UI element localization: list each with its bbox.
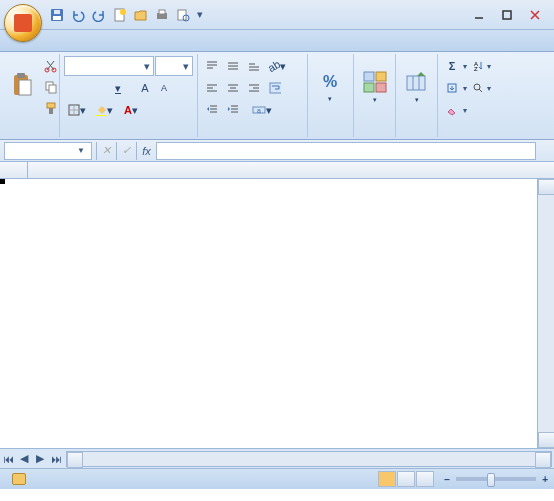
- svg-text:%: %: [323, 73, 337, 90]
- increase-font-button[interactable]: A: [136, 78, 154, 98]
- font-name-combo[interactable]: ▾: [64, 56, 154, 76]
- quick-print-icon[interactable]: [153, 6, 171, 24]
- clear-button[interactable]: [442, 100, 462, 120]
- new-icon[interactable]: [111, 6, 129, 24]
- alignment-group-label: [202, 133, 303, 135]
- align-top-button[interactable]: [202, 56, 222, 76]
- zoom-in-button[interactable]: +: [542, 474, 548, 485]
- print-preview-icon[interactable]: [174, 6, 192, 24]
- svg-rect-53: [376, 72, 386, 81]
- formula-bar[interactable]: [156, 142, 536, 160]
- clipboard-group-label: [6, 133, 55, 135]
- titlebar: ▾: [0, 0, 554, 30]
- font-size-combo[interactable]: ▾: [155, 56, 193, 76]
- minimize-button[interactable]: [466, 6, 492, 24]
- svg-rect-23: [95, 115, 107, 116]
- svg-rect-1: [53, 16, 61, 20]
- orientation-button[interactable]: ab▾: [265, 56, 289, 76]
- enter-formula-icon[interactable]: ✓: [116, 142, 136, 160]
- ribbon: ▾ ▾ ▾ A A ▾ ▾ A▾ a: [0, 52, 554, 140]
- merge-center-button[interactable]: a▾: [244, 100, 280, 120]
- sheet-nav-prev[interactable]: ◀: [16, 451, 32, 467]
- save-icon[interactable]: [48, 6, 66, 24]
- svg-rect-12: [17, 73, 25, 78]
- ribbon-tabs: [0, 30, 554, 52]
- underline-button[interactable]: ▾: [106, 78, 130, 98]
- autosum-button[interactable]: Σ: [442, 56, 462, 76]
- decrease-font-button[interactable]: A: [155, 78, 173, 98]
- worksheet-grid[interactable]: [0, 162, 554, 448]
- svg-point-4: [120, 9, 126, 15]
- undo-icon[interactable]: [69, 6, 87, 24]
- macro-record-icon[interactable]: [12, 473, 26, 485]
- office-button[interactable]: [4, 4, 42, 42]
- find-select-button[interactable]: [468, 78, 486, 98]
- align-middle-button[interactable]: [223, 56, 243, 76]
- format-painter-button[interactable]: [40, 98, 62, 118]
- font-color-button[interactable]: A▾: [118, 100, 144, 120]
- svg-rect-52: [364, 72, 374, 81]
- fx-button[interactable]: fx: [136, 142, 156, 160]
- svg-rect-13: [19, 80, 31, 95]
- status-bar: − +: [0, 468, 554, 489]
- paste-button[interactable]: [6, 56, 38, 118]
- zoom-out-button[interactable]: −: [444, 474, 450, 485]
- svg-rect-18: [47, 103, 55, 108]
- sheet-nav-last[interactable]: ⏭: [48, 451, 64, 467]
- svg-text:Z: Z: [474, 66, 478, 72]
- svg-rect-17: [49, 85, 56, 93]
- page-layout-view-button[interactable]: [397, 471, 415, 487]
- vertical-scrollbar[interactable]: [537, 179, 554, 448]
- cut-button[interactable]: [40, 56, 62, 76]
- svg-rect-10: [503, 11, 511, 19]
- svg-rect-2: [54, 10, 60, 14]
- fill-color-button[interactable]: ▾: [91, 100, 117, 120]
- sort-filter-button[interactable]: AZ: [468, 56, 486, 76]
- select-all-corner[interactable]: [0, 162, 28, 178]
- cancel-formula-icon[interactable]: ✕: [96, 142, 116, 160]
- copy-button[interactable]: [40, 77, 62, 97]
- sheet-tab-bar: ⏮ ◀ ▶ ⏭: [0, 448, 554, 468]
- increase-indent-button[interactable]: [223, 100, 243, 120]
- qat-customize-icon[interactable]: ▾: [195, 6, 205, 24]
- svg-line-63: [479, 89, 482, 92]
- formula-bar-row: ▼ ✕ ✓ fx: [0, 140, 554, 162]
- open-icon[interactable]: [132, 6, 150, 24]
- editing-group-label: [442, 133, 548, 135]
- normal-view-button[interactable]: [378, 471, 396, 487]
- wrap-text-button[interactable]: [265, 78, 285, 98]
- page-break-view-button[interactable]: [416, 471, 434, 487]
- number-format-button[interactable]: % ▾: [312, 56, 348, 118]
- font-group-label: [64, 133, 193, 135]
- svg-rect-55: [376, 83, 386, 92]
- align-bottom-button[interactable]: [244, 56, 264, 76]
- close-button[interactable]: [522, 6, 548, 24]
- align-center-button[interactable]: [223, 78, 243, 98]
- quick-access-toolbar: ▾: [48, 6, 205, 24]
- cells-button[interactable]: ▾: [400, 56, 433, 118]
- fill-button[interactable]: [442, 78, 462, 98]
- align-left-button[interactable]: [202, 78, 222, 98]
- name-box[interactable]: ▼: [4, 142, 92, 160]
- horizontal-scrollbar[interactable]: [66, 451, 552, 467]
- styles-button[interactable]: ▾: [358, 56, 392, 118]
- svg-rect-6: [159, 10, 165, 14]
- decrease-indent-button[interactable]: [202, 100, 222, 120]
- bold-button[interactable]: [64, 78, 84, 98]
- maximize-button[interactable]: [494, 6, 520, 24]
- active-cell-outline: [0, 179, 4, 183]
- svg-rect-54: [364, 83, 374, 92]
- svg-rect-19: [49, 108, 53, 114]
- sheet-nav-first[interactable]: ⏮: [0, 451, 16, 467]
- zoom-slider[interactable]: [456, 477, 536, 481]
- borders-button[interactable]: ▾: [64, 100, 90, 120]
- align-right-button[interactable]: [244, 78, 264, 98]
- redo-icon[interactable]: [90, 6, 108, 24]
- sheet-nav-next[interactable]: ▶: [32, 451, 48, 467]
- svg-text:a: a: [257, 107, 261, 114]
- italic-button[interactable]: [85, 78, 105, 98]
- svg-rect-56: [407, 76, 425, 90]
